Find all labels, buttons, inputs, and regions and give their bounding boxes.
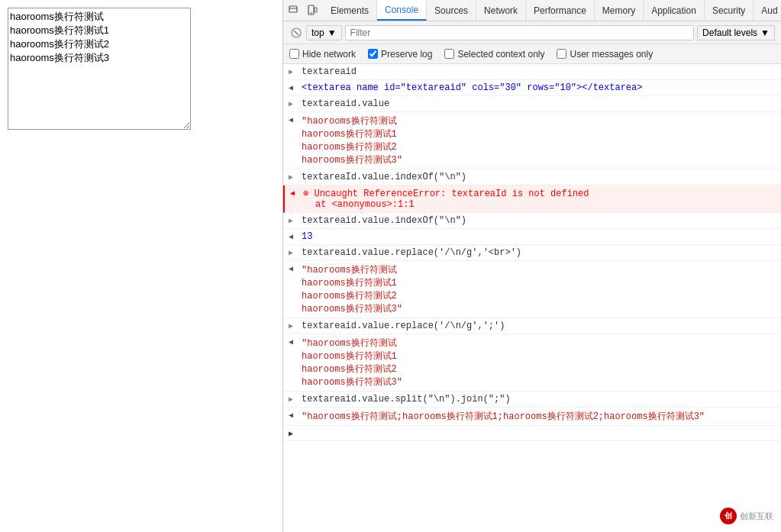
watermark: 创 创新互联 [720,508,773,524]
console-row[interactable]: ▶ textareaid.value [283,96,781,112]
devtools-tab-bar: Elements Console Sources Network Perform… [283,0,781,21]
default-levels-label: Default levels [702,27,757,38]
result-arrow: ◀ [285,187,300,198]
selected-context-input[interactable] [444,49,454,59]
console-row[interactable]: ◀ "haorooms换行符测试haorooms换行符测试1haorooms换行… [283,334,781,392]
page-content: haorooms换行符测试 haorooms换行符测试1 haorooms换行符… [0,0,282,532]
tab-memory[interactable]: Memory [595,0,644,21]
tab-performance[interactable]: Performance [526,0,595,21]
user-messages-input[interactable] [557,49,566,59]
result-arrow: ◀ [283,409,299,420]
console-row[interactable]: ◀ "haorooms换行符测试haorooms换行符测试1haorooms换行… [283,112,781,169]
console-row[interactable]: ▶ textareaid.value.indexOf("\n") [283,213,781,229]
tab-icons [283,3,323,18]
context-select[interactable]: top ▼ [306,25,342,40]
console-value: textareaid.value.indexOf("\n") [299,214,781,227]
console-value: "haorooms换行符测试haorooms换行符测试1haorooms换行符测… [299,114,781,167]
result-arrow: ◀ [283,231,299,241]
context-value: top [311,27,324,38]
console-value: <textarea name id="textareaid" cols="30"… [299,82,781,94]
console-row[interactable]: ◀ <textarea name id="textareaid" cols="3… [283,80,781,96]
svg-rect-4 [315,8,317,12]
console-row[interactable]: ▶ textareaid [283,64,781,80]
user-messages-label: User messages only [570,49,653,60]
tab-elements[interactable]: Elements [323,0,377,21]
console-row[interactable]: ◀ "haorooms换行符测试haorooms换行符测试1haorooms换行… [283,261,781,318]
result-arrow: ◀ [283,336,299,347]
tab-security[interactable]: Security [705,0,754,21]
chevron-down-icon2: ▼ [760,27,770,38]
console-toolbar: top ▼ Default levels ▼ [283,21,781,44]
console-value: textareaid.value [299,98,781,110]
tab-list: Elements Console Sources Network Perform… [323,0,781,21]
console-value: textareaId.value.indexOf("\n") [299,171,781,183]
console-value: textareaid.value.replace('/\n/g','<br>') [299,247,781,259]
expand-arrow[interactable]: ▶ [283,98,299,108]
console-row[interactable]: ◀ "haorooms换行符测试;haorooms换行符测试1;haorooms… [283,408,781,426]
user-messages-checkbox[interactable]: User messages only [557,49,653,60]
console-value: textareaid.value.replace('/\n/g',';') [299,320,781,332]
hide-network-checkbox[interactable]: Hide network [289,49,356,60]
console-row[interactable]: ▶ textareaid.value.split("\n").join(";") [283,392,781,408]
expand-arrow[interactable]: ▶ [283,393,299,404]
inspect-icon[interactable] [286,3,302,18]
filter-input[interactable] [345,25,694,40]
result-arrow: ◀ [283,263,299,273]
preserve-log-checkbox[interactable]: Preserve log [368,49,432,60]
result-arrow: ◀ [283,82,299,92]
devtools-panel: Elements Console Sources Network Perform… [282,0,781,532]
console-row[interactable]: ▶ textareaId.value.indexOf("\n") [283,169,781,185]
console-row[interactable]: ▶ textareaid.value.replace('/\n/g',';') [283,318,781,334]
selected-context-checkbox[interactable]: Selected context only [444,49,544,60]
console-value: 13 [299,231,781,243]
watermark-text: 创新互联 [740,511,773,522]
clear-console-button[interactable] [289,26,303,40]
expand-arrow[interactable]: ▶ [283,171,299,182]
result-arrow: ◀ [283,114,299,124]
console-row[interactable]: ▶ textareaid.value.replace('/\n/g','<br>… [283,245,781,261]
tab-application[interactable]: Application [644,0,705,21]
input-prompt-arrow: ▶ [283,427,299,438]
console-output[interactable]: ▶ textareaid ◀ <textarea name id="textar… [283,64,781,532]
expand-arrow[interactable]: ▶ [283,247,299,257]
console-error: ⊗ Uncaught ReferenceError: textareaId is… [300,187,781,211]
svg-rect-0 [289,6,297,12]
watermark-logo: 创 [720,508,737,524]
tab-audit[interactable]: Aud [754,0,781,21]
console-input[interactable] [299,427,781,429]
device-icon[interactable] [305,3,320,18]
console-row[interactable]: ◀ 13 [283,229,781,245]
console-input-row[interactable]: ▶ [283,426,781,441]
expand-arrow[interactable]: ▶ [283,214,299,225]
expand-arrow[interactable]: ▶ [283,66,299,76]
hide-network-label: Hide network [302,49,356,60]
hide-network-input[interactable] [289,49,299,59]
console-value: textareaid.value.split("\n").join(";") [299,393,781,405]
default-levels-select[interactable]: Default levels ▼ [697,25,775,40]
console-value: "haorooms换行符测试;haorooms换行符测试1;haorooms换行… [299,409,781,424]
preserve-log-input[interactable] [368,49,378,59]
console-value: "haorooms换行符测试haorooms换行符测试1haorooms换行符测… [299,336,781,389]
chevron-down-icon: ▼ [328,27,337,38]
console-error-row[interactable]: ◀ ⊗ Uncaught ReferenceError: textareaId … [283,185,781,213]
svg-line-6 [294,31,299,35]
console-value: "haorooms换行符测试haorooms换行符测试1haorooms换行符测… [299,263,781,316]
selected-context-label: Selected context only [457,49,544,60]
tab-network[interactable]: Network [476,0,526,21]
tab-console[interactable]: Console [377,0,427,21]
expand-arrow[interactable]: ▶ [283,320,299,330]
preserve-log-label: Preserve log [381,49,432,60]
demo-textarea[interactable]: haorooms换行符测试 haorooms换行符测试1 haorooms换行符… [8,8,191,130]
console-value: textareaid [299,66,781,78]
tab-sources[interactable]: Sources [427,0,476,21]
checkboxes-toolbar: Hide network Preserve log Selected conte… [283,44,781,64]
